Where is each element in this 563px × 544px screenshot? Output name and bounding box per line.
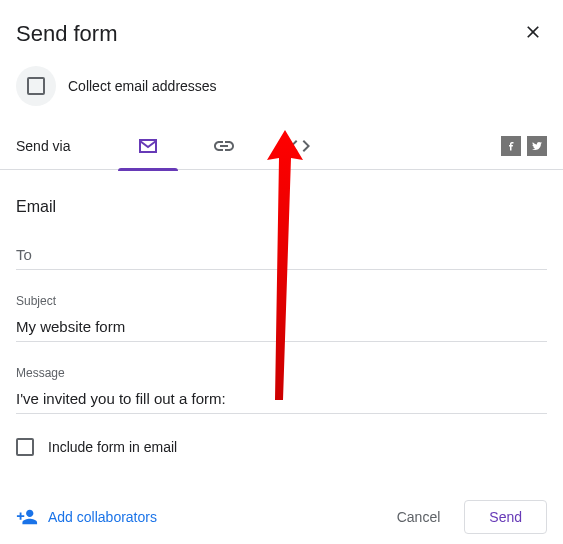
send-button[interactable]: Send bbox=[464, 500, 547, 534]
send-via-label: Send via bbox=[16, 138, 70, 154]
close-button[interactable] bbox=[519, 18, 547, 50]
subject-label: Subject bbox=[16, 294, 547, 308]
facebook-icon bbox=[505, 140, 517, 152]
message-input[interactable] bbox=[16, 384, 547, 414]
message-label: Message bbox=[16, 366, 547, 380]
embed-icon bbox=[288, 134, 312, 158]
close-icon bbox=[523, 22, 543, 42]
person-add-icon bbox=[16, 506, 38, 528]
tab-link[interactable] bbox=[194, 122, 254, 170]
collect-checkbox-wrap bbox=[16, 66, 56, 106]
add-collaborators-button[interactable]: Add collaborators bbox=[16, 506, 157, 528]
dialog-title: Send form bbox=[16, 21, 118, 47]
twitter-icon bbox=[531, 140, 543, 152]
tab-email[interactable] bbox=[118, 122, 178, 170]
tab-embed[interactable] bbox=[270, 122, 330, 170]
include-form-checkbox[interactable] bbox=[16, 438, 34, 456]
email-section-title: Email bbox=[16, 198, 547, 216]
collect-emails-checkbox[interactable] bbox=[27, 77, 45, 95]
collect-emails-label: Collect email addresses bbox=[68, 78, 217, 94]
link-icon bbox=[212, 134, 236, 158]
include-form-label: Include form in email bbox=[48, 439, 177, 455]
subject-input[interactable] bbox=[16, 312, 547, 342]
cancel-button[interactable]: Cancel bbox=[381, 501, 457, 533]
add-collaborators-label: Add collaborators bbox=[48, 509, 157, 525]
share-twitter[interactable] bbox=[527, 136, 547, 156]
mail-icon bbox=[136, 134, 160, 158]
to-input[interactable] bbox=[16, 240, 547, 270]
share-facebook[interactable] bbox=[501, 136, 521, 156]
